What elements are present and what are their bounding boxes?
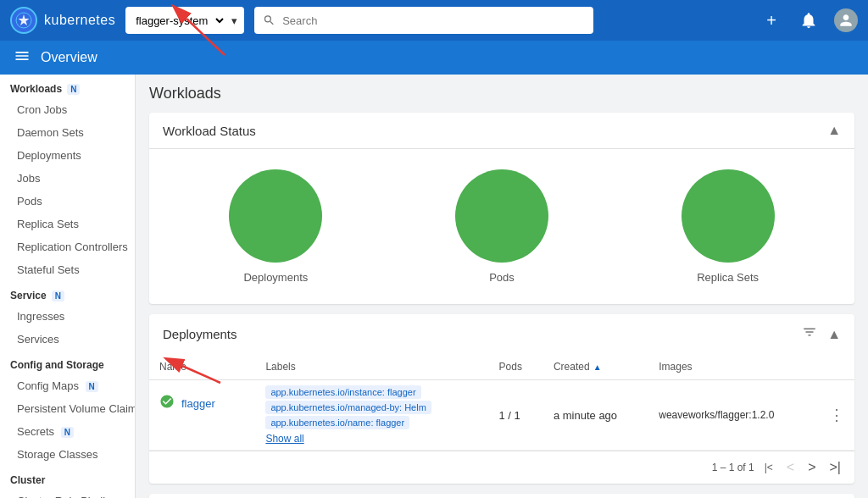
sidebar-item-deployments[interactable]: Deployments <box>0 144 135 167</box>
deployment-images-cell: weaveworks/flagger:1.2.0 <box>648 380 819 451</box>
deployment-created-cell: a minute ago <box>543 380 648 451</box>
status-ok-icon <box>159 394 175 413</box>
page-title: Overview <box>41 50 97 65</box>
collapse-deployments-btn[interactable]: ▲ <box>827 327 841 342</box>
pagination-info: 1 – 1 of 1 <box>712 462 754 473</box>
sidebar-section-config: Config and Storage <box>0 351 135 374</box>
workload-status-card: Workload Status ▲ Deployments Pods Repli… <box>149 113 854 304</box>
deployments-thead: Name Labels Pods Created ▲ Images <box>149 354 854 380</box>
donut-pods: Pods <box>455 169 548 284</box>
th-created: Created ▲ <box>543 354 648 380</box>
namespace-selector[interactable]: flagger-system default kube-system ▾ <box>125 7 244 34</box>
sidebar-item-ingresses[interactable]: Ingresses <box>0 305 135 328</box>
donut-replica-sets-circle <box>682 169 775 263</box>
namespace-dropdown[interactable]: flagger-system default kube-system <box>132 14 226 28</box>
avatar[interactable] <box>834 8 858 32</box>
deployments-table: Name Labels Pods Created ▲ Images <box>149 354 854 451</box>
donut-pods-label: Pods <box>489 271 515 284</box>
page-next-btn[interactable]: > <box>804 458 819 477</box>
logo-area: kubernetes <box>10 7 115 34</box>
deployments-card-header: Deployments ▲ <box>149 314 854 354</box>
navbar: Overview <box>0 41 868 75</box>
collapse-workload-status-btn[interactable]: ▲ <box>827 123 841 138</box>
bell-icon[interactable] <box>797 8 821 32</box>
sidebar-item-stateful-sets[interactable]: Stateful Sets <box>0 258 135 281</box>
page-last-btn[interactable]: >| <box>826 458 845 477</box>
sidebar-section-service: Service N <box>0 281 135 305</box>
donut-pods-circle <box>455 169 548 263</box>
show-all-labels-link[interactable]: Show all <box>265 433 478 445</box>
deployment-link[interactable]: flagger <box>181 397 215 410</box>
content-area: Workloads Workload Status ▲ Deployments … <box>136 75 868 498</box>
sidebar-item-replica-sets[interactable]: Replica Sets <box>0 213 135 235</box>
label-chip-3: app.kubernetes.io/name: flagger <box>265 416 409 429</box>
deployments-card-title: Deployments <box>163 327 237 341</box>
app-title: kubernetes <box>44 13 115 28</box>
deployment-pods-cell: 1 / 1 <box>489 380 543 451</box>
filter-icon[interactable] <box>802 324 817 344</box>
sidebar-section-cluster: Cluster <box>0 466 135 490</box>
k8s-logo <box>10 7 37 34</box>
deployments-header-row: Name Labels Pods Created ▲ Images <box>149 354 854 380</box>
sidebar-item-daemon-sets[interactable]: Daemon Sets <box>0 121 135 144</box>
pods-card-header: Pods ▲ <box>149 494 854 498</box>
sidebar-item-services[interactable]: Services <box>0 328 135 351</box>
donut-replica-sets: Replica Sets <box>682 169 775 284</box>
menu-icon[interactable] <box>14 47 31 69</box>
chevron-down-icon: ▾ <box>231 14 237 27</box>
sidebar-item-config-maps[interactable]: Config Maps N <box>0 374 135 397</box>
deployments-pagination: 1 – 1 of 1 |< < > >| <box>149 451 854 484</box>
donut-replica-sets-label: Replica Sets <box>697 271 759 284</box>
sidebar-item-secrets[interactable]: Secrets N <box>0 420 135 443</box>
add-icon[interactable]: + <box>760 8 783 32</box>
sidebar-item-jobs[interactable]: Jobs <box>0 167 135 190</box>
search-icon <box>263 14 275 27</box>
topbar-actions: + <box>760 8 858 32</box>
sidebar-item-storage-classes[interactable]: Storage Classes <box>0 443 135 466</box>
page-first-btn[interactable]: < <box>783 458 798 477</box>
sidebar-item-replication-controllers[interactable]: Replication Controllers <box>0 235 135 258</box>
workload-status-header: Workload Status ▲ <box>149 113 854 149</box>
donut-deployments-circle <box>229 169 322 263</box>
deployment-labels-cell: app.kubernetes.io/instance: flagger app.… <box>255 380 488 451</box>
deployment-more-btn[interactable]: ⋮ <box>819 380 854 451</box>
sidebar-item-pods[interactable]: Pods <box>0 190 135 213</box>
deployments-card: Deployments ▲ Name Labels Pods <box>149 314 854 484</box>
main-layout: Workloads N Cron Jobs Daemon Sets Deploy… <box>0 75 868 498</box>
donut-row: Deployments Pods Replica Sets <box>149 149 854 304</box>
th-pods: Pods <box>489 354 543 380</box>
deployment-name-cell: flagger <box>149 380 255 451</box>
th-labels: Labels <box>255 354 488 380</box>
pods-card: Pods ▲ Name Labels Node Status Restarts <box>149 494 854 498</box>
sort-created-icon: ▲ <box>593 362 602 372</box>
sidebar: Workloads N Cron Jobs Daemon Sets Deploy… <box>0 75 136 498</box>
label-chip-2: app.kubernetes.io/managed-by: Helm <box>265 401 431 414</box>
search-input[interactable] <box>282 14 585 27</box>
workloads-title: Workloads <box>149 85 854 102</box>
donut-deployments: Deployments <box>229 169 322 284</box>
sidebar-item-cron-jobs[interactable]: Cron Jobs <box>0 98 135 121</box>
table-row: flagger app.kubernetes.io/instance: flag… <box>149 380 854 451</box>
sidebar-section-workloads: Workloads N <box>0 75 135 98</box>
th-actions <box>819 354 854 380</box>
th-name: Name <box>149 354 255 380</box>
sidebar-item-pvc[interactable]: Persistent Volume Claims N <box>0 397 135 420</box>
donut-deployments-label: Deployments <box>243 271 308 284</box>
workload-status-title: Workload Status <box>163 124 256 138</box>
deployments-card-actions: ▲ <box>802 324 841 344</box>
th-images: Images <box>648 354 819 380</box>
topbar: kubernetes flagger-system default kube-s… <box>0 0 868 41</box>
sidebar-item-cluster-role-bindings[interactable]: Cluster Role Bindings <box>0 490 135 498</box>
search-bar <box>254 7 593 34</box>
deployments-tbody: flagger app.kubernetes.io/instance: flag… <box>149 380 854 451</box>
label-chip-1: app.kubernetes.io/instance: flagger <box>265 385 420 399</box>
